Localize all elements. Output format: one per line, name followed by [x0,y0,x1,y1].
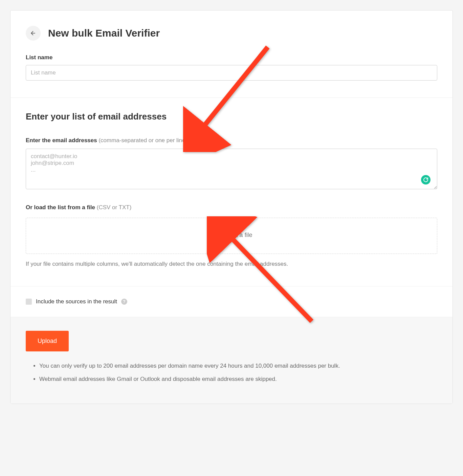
back-button[interactable] [26,26,41,41]
page-title: New bulk Email Verifier [48,27,160,39]
include-sources-row: Include the sources in the result ? [26,298,437,305]
include-sources-label: Include the sources in the result [36,298,117,305]
header-section: New bulk Email Verifier List name [10,10,453,98]
note-item: Webmail email addresses like Gmail or Ou… [39,375,437,384]
include-sources-checkbox[interactable] [26,299,32,305]
email-input-label: Enter the email addresses [26,137,97,144]
file-drop-inner: Select a file [211,232,252,239]
help-icon[interactable]: ? [121,299,127,305]
arrow-left-icon [30,30,37,37]
footer-section: Upload You can only verify up to 200 ema… [10,317,453,404]
email-input-label-row: Enter the email addresses (comma-separat… [26,137,437,144]
notes-list: You can only verify up to 200 email addr… [26,362,437,384]
file-drop-zone[interactable]: Select a file [26,218,437,254]
file-help-text: If your file contains multiple columns, … [26,261,437,267]
email-input-hint: (comma-separated or one per line) [98,137,187,144]
note-item: You can only verify up to 200 email addr… [39,362,437,370]
listname-label: List name [26,54,437,61]
textarea-wrap [26,149,437,191]
file-label-row: Or load the list from a file (CSV or TXT… [26,204,437,211]
email-textarea[interactable] [26,149,437,189]
main-card: New bulk Email Verifier List name Enter … [10,10,453,404]
listname-input[interactable] [26,65,437,81]
upload-button[interactable]: Upload [26,331,69,351]
title-row: New bulk Email Verifier [26,26,437,41]
options-section: Include the sources in the result ? [10,286,453,317]
folder-open-icon [211,232,217,239]
file-hint: (CSV or TXT) [97,204,132,211]
file-label: Or load the list from a file [26,204,95,211]
grammarly-icon[interactable] [421,175,431,185]
file-select-label: Select a file [221,232,252,239]
email-section: Enter your list of email addresses Enter… [10,98,453,286]
email-heading: Enter your list of email addresses [26,111,437,122]
